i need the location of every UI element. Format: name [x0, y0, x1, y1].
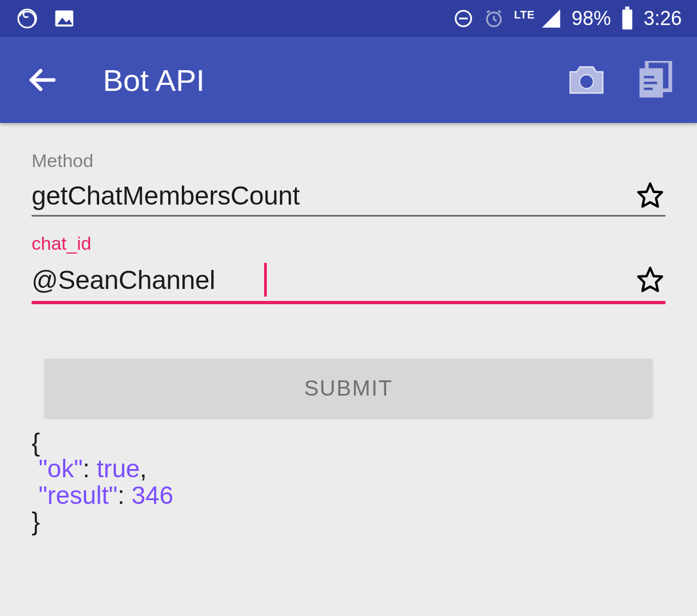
status-right-group: LTE 98% 3:26	[453, 7, 682, 30]
method-input[interactable]	[32, 181, 627, 211]
response-output: { "ok": true, "result": 346 }	[32, 417, 665, 534]
svg-rect-6	[625, 7, 629, 10]
star-icon	[636, 266, 664, 294]
picture-icon	[52, 7, 76, 30]
json-brace-open: {	[32, 428, 40, 457]
app-bar: Bot API	[0, 37, 697, 123]
firefox-icon	[15, 7, 39, 30]
dnd-icon	[453, 8, 474, 29]
svg-point-8	[579, 75, 593, 88]
signal-icon	[540, 8, 562, 29]
copy-button[interactable]	[636, 60, 675, 100]
chat-id-input-row	[32, 263, 665, 304]
method-label: Method	[32, 150, 665, 171]
json-key-result: "result"	[39, 481, 118, 509]
screenshot-button[interactable]	[567, 60, 606, 100]
method-input-row	[32, 180, 665, 217]
svg-marker-15	[638, 268, 662, 291]
json-key-ok: "ok"	[39, 454, 83, 483]
chat-id-field: chat_id	[32, 233, 665, 304]
svg-marker-14	[638, 183, 662, 206]
page-title: Bot API	[103, 63, 567, 98]
content-area: Method chat_id SUBMIT { "ok": true,	[0, 123, 697, 534]
network-type-label: LTE	[514, 9, 535, 20]
json-brace-close: }	[32, 507, 40, 535]
arrow-left-icon	[26, 64, 58, 96]
chat-id-label: chat_id	[32, 233, 665, 254]
camera-icon	[567, 64, 606, 96]
copy-icon	[639, 61, 672, 99]
battery-icon	[621, 7, 634, 30]
method-field: Method	[32, 150, 665, 217]
svg-rect-5	[622, 10, 632, 30]
chat-id-favorite-button[interactable]	[635, 264, 665, 295]
status-left-group	[15, 7, 76, 30]
clock-time: 3:26	[644, 7, 682, 30]
alarm-icon	[484, 8, 504, 29]
json-val-ok: true	[97, 454, 140, 483]
text-cursor	[264, 263, 267, 297]
star-icon	[636, 181, 664, 210]
method-favorite-button[interactable]	[635, 180, 665, 211]
back-button[interactable]	[25, 63, 59, 97]
battery-percent: 98%	[572, 7, 611, 30]
chat-id-input[interactable]	[32, 265, 265, 295]
status-bar: LTE 98% 3:26	[0, 0, 697, 37]
submit-button[interactable]: SUBMIT	[45, 359, 652, 417]
json-val-result: 346	[132, 481, 174, 509]
